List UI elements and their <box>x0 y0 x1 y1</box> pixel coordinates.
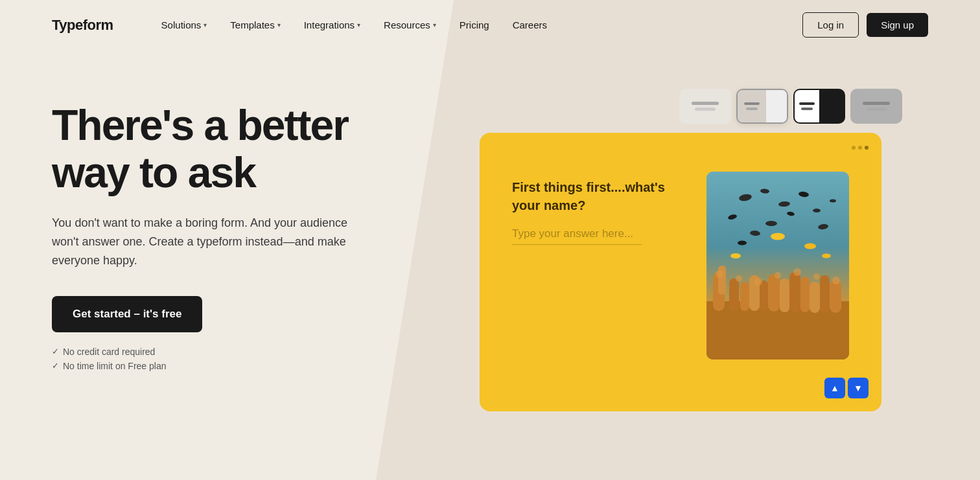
svg-point-34 <box>775 272 781 279</box>
svg-point-7 <box>765 221 777 226</box>
svg-rect-27 <box>800 277 810 312</box>
theme-preview-right <box>766 90 787 122</box>
theme-gray-button[interactable] <box>850 89 902 124</box>
theme-bar <box>866 108 887 111</box>
card-dot <box>852 146 856 150</box>
theme-bar <box>695 108 716 111</box>
card-dots <box>852 146 869 150</box>
chevron-down-icon: ▾ <box>277 21 281 29</box>
chevron-down-icon: ▾ <box>433 21 436 29</box>
form-navigation: ▲ ▼ <box>824 378 869 398</box>
card-dot-active <box>865 146 869 150</box>
chevron-down-icon: ▾ <box>204 21 207 29</box>
theme-preview-right <box>819 90 844 122</box>
svg-point-35 <box>793 268 801 276</box>
svg-point-16 <box>822 254 831 258</box>
theme-light-button[interactable] <box>679 89 731 124</box>
nav-actions: Log in Sign up <box>802 12 928 38</box>
form-preview-card: First things first....what's your name? … <box>480 133 881 411</box>
form-question: First things first....what's your name? <box>512 178 681 214</box>
form-input-placeholder[interactable]: Type your answer here... <box>512 227 642 245</box>
svg-point-37 <box>832 277 840 284</box>
form-card-image <box>706 172 849 360</box>
form-nav-down-button[interactable]: ▼ <box>848 378 869 398</box>
cta-button[interactable]: Get started – it's free <box>52 296 202 332</box>
theme-dark-button[interactable] <box>793 89 845 124</box>
svg-point-14 <box>804 244 816 249</box>
perk-1: No credit card required <box>52 347 428 357</box>
svg-point-13 <box>771 233 785 240</box>
svg-point-36 <box>813 273 820 280</box>
hero-section: There's a better way to ask You don't wa… <box>0 50 980 411</box>
hero-perks: No credit card required No time limit on… <box>52 347 428 371</box>
svg-point-10 <box>738 241 747 246</box>
hero-subtitle: You don't want to make a boring form. An… <box>52 214 356 269</box>
theme-bar <box>799 102 815 105</box>
chevron-down-icon: ▾ <box>357 21 360 29</box>
perk-2: No time limit on Free plan <box>52 361 428 371</box>
form-card-left: First things first....what's your name? … <box>512 172 681 245</box>
svg-rect-21 <box>740 282 749 311</box>
svg-rect-20 <box>729 279 739 311</box>
theme-switcher <box>480 89 928 124</box>
card-dot <box>858 146 862 150</box>
signup-button[interactable]: Sign up <box>867 13 928 37</box>
svg-point-15 <box>730 253 741 258</box>
svg-rect-28 <box>810 282 820 313</box>
theme-split-button[interactable] <box>736 89 788 124</box>
theme-bar <box>801 108 813 110</box>
svg-point-5 <box>813 209 821 212</box>
theme-bar <box>746 108 758 110</box>
svg-rect-30 <box>830 280 841 313</box>
theme-bar <box>744 102 760 105</box>
nav-templates[interactable]: Templates ▾ <box>221 14 289 36</box>
nav-integrations[interactable]: Integrations ▾ <box>295 14 369 36</box>
svg-rect-25 <box>780 279 789 312</box>
login-button[interactable]: Log in <box>802 12 859 38</box>
theme-bar <box>692 102 719 105</box>
nav-links: Solutions ▾ Templates ▾ Integrations ▾ R… <box>152 14 803 36</box>
svg-rect-23 <box>760 280 768 312</box>
form-nav-up-button[interactable]: ▲ <box>824 378 845 398</box>
hero-right: First things first....what's your name? … <box>480 89 928 411</box>
svg-rect-29 <box>820 275 830 312</box>
navbar: Typeform Solutions ▾ Templates ▾ Integra… <box>0 0 980 50</box>
svg-rect-19 <box>718 266 726 295</box>
svg-point-31 <box>716 270 723 278</box>
svg-point-11 <box>830 200 836 203</box>
svg-rect-24 <box>768 274 780 312</box>
nav-pricing[interactable]: Pricing <box>450 14 498 36</box>
svg-point-32 <box>736 275 742 282</box>
theme-bar <box>863 102 890 105</box>
nav-solutions[interactable]: Solutions ▾ <box>152 14 216 36</box>
svg-point-33 <box>754 278 762 286</box>
hero-left: There's a better way to ask You don't wa… <box>52 89 428 371</box>
nav-resources[interactable]: Resources ▾ <box>375 14 445 36</box>
underwater-scene <box>706 172 849 360</box>
nav-careers[interactable]: Careers <box>504 14 556 36</box>
hero-title: There's a better way to ask <box>52 102 428 196</box>
svg-rect-26 <box>789 272 800 312</box>
brand-logo[interactable]: Typeform <box>52 17 113 34</box>
